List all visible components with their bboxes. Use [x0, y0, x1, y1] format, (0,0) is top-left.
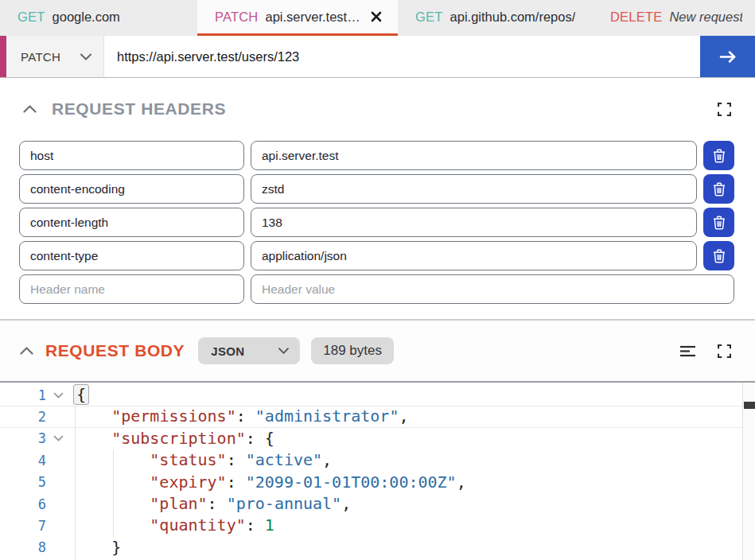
method-select[interactable]: PATCH: [6, 36, 103, 77]
tab-title: api.github.com/repos/: [450, 10, 576, 25]
line-number: 2: [0, 409, 46, 425]
tab-method-badge: GET: [18, 10, 45, 25]
header-value-input[interactable]: [251, 174, 697, 204]
tab-google-com[interactable]: GET google.com: [0, 0, 197, 36]
header-name-input[interactable]: [19, 241, 244, 270]
header-name-input[interactable]: [19, 174, 244, 204]
header-row-content-length: [19, 208, 734, 237]
request-body-header: REQUEST BODY JSON 189 bytes: [0, 321, 755, 382]
format-code-icon[interactable]: [677, 342, 699, 360]
header-row-content-type: [19, 241, 734, 270]
new-header-value-input[interactable]: [251, 274, 734, 304]
delete-header-button[interactable]: [703, 241, 734, 270]
url-input[interactable]: [103, 36, 700, 77]
body-type-value: JSON: [211, 344, 244, 358]
body-size-badge: 189 bytes: [311, 337, 394, 364]
tab-api-server-test-active[interactable]: PATCH api.server.test…: [197, 0, 398, 36]
code-line[interactable]: 1 {: [0, 384, 742, 406]
header-value-input[interactable]: [251, 141, 697, 170]
send-arrow-icon: [718, 50, 737, 64]
line-number: 5: [0, 474, 46, 490]
fold-chevron-icon[interactable]: [46, 435, 70, 441]
body-header-icons: [677, 341, 734, 361]
code-line[interactable]: 3 "subscription": {: [0, 428, 742, 449]
expand-headers-icon[interactable]: [714, 99, 734, 119]
tab-method-badge: PATCH: [215, 10, 258, 25]
line-number: 1: [0, 387, 46, 403]
line-number: 8: [0, 539, 46, 555]
code-editor[interactable]: 1 { 2 "permissions": "administrator", 3 …: [0, 382, 755, 560]
tab-title: google.com: [53, 10, 120, 25]
method-select-value: PATCH: [21, 50, 60, 64]
tab-bar: GET google.com PATCH api.server.test… GE…: [0, 0, 755, 36]
trash-icon: [713, 216, 726, 230]
line-number: 7: [0, 518, 46, 534]
code-line[interactable]: 8 }: [0, 537, 742, 558]
request-body-title: REQUEST BODY: [45, 341, 185, 360]
tab-title: api.server.test…: [265, 10, 360, 25]
scrollbar-thumb[interactable]: [744, 402, 755, 409]
chevron-down-icon: [278, 348, 289, 354]
header-rows: [0, 141, 755, 304]
trash-icon: [713, 149, 726, 163]
editor-scrollbar[interactable]: [742, 383, 755, 560]
body-type-select[interactable]: JSON: [198, 337, 300, 364]
tab-method-badge: GET: [415, 10, 443, 25]
method-accent-bar: [0, 36, 6, 77]
send-button[interactable]: [700, 36, 755, 77]
chevron-down-icon: [80, 53, 91, 60]
request-headers-section: REQUEST HEADERS: [0, 78, 755, 319]
trash-icon: [713, 182, 726, 196]
code-line[interactable]: 7 "quantity": 1: [0, 515, 742, 536]
delete-header-button[interactable]: [703, 141, 734, 170]
delete-header-button[interactable]: [703, 174, 734, 204]
header-value-input[interactable]: [251, 241, 697, 270]
tab-api-github-com[interactable]: GET api.github.com/repos/: [398, 0, 593, 36]
collapse-chevron-icon[interactable]: [20, 102, 40, 116]
line-number: 3: [0, 430, 46, 446]
line-number: 4: [0, 453, 46, 469]
delete-header-button[interactable]: [703, 208, 734, 237]
tab-title: New request: [669, 10, 742, 25]
header-value-input[interactable]: [251, 208, 697, 237]
code-line[interactable]: 4 "status": "active",: [0, 449, 742, 471]
trash-icon: [713, 249, 726, 263]
header-row-host: [19, 141, 734, 170]
new-header-row: [19, 274, 734, 304]
url-bar: PATCH: [0, 36, 755, 78]
code-line-active[interactable]: 2 "permissions": "administrator",: [0, 406, 742, 427]
request-headers-title: REQUEST HEADERS: [52, 99, 226, 119]
expand-body-icon[interactable]: [714, 341, 734, 361]
tab-method-badge: DELETE: [610, 10, 662, 25]
code-line[interactable]: 6 "plan": "pro-annual",: [0, 493, 742, 515]
request-headers-header: REQUEST HEADERS: [0, 86, 755, 132]
line-number: 6: [0, 496, 46, 512]
header-name-input[interactable]: [19, 208, 244, 237]
code-line[interactable]: 5 "expiry": "2099-01-01T00:00:00Z",: [0, 472, 742, 493]
collapse-chevron-icon[interactable]: [20, 344, 33, 358]
tab-new-request[interactable]: DELETE New request: [593, 0, 755, 36]
new-header-name-input[interactable]: [19, 274, 244, 304]
fold-chevron-icon[interactable]: [46, 392, 70, 399]
header-row-content-encoding: [19, 174, 734, 204]
close-tab-icon[interactable]: [368, 8, 385, 25]
header-name-input[interactable]: [19, 141, 244, 170]
